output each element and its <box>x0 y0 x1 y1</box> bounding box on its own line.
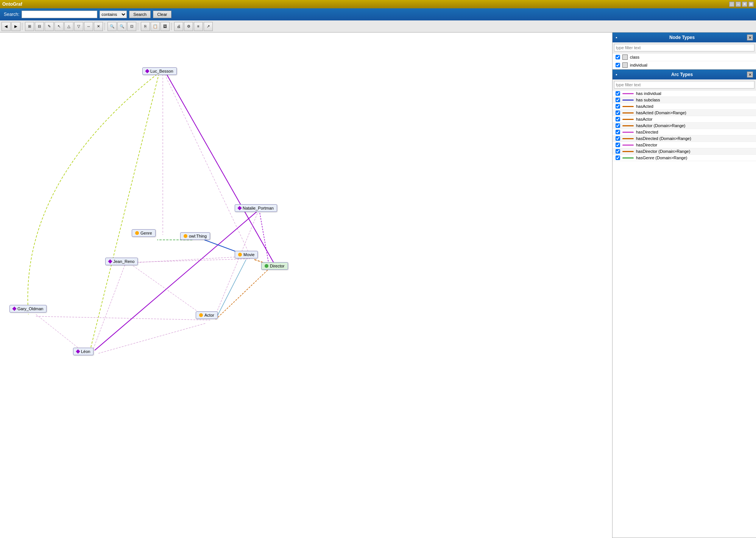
toolbar-sep-3 <box>138 23 139 30</box>
node-gary-oldman[interactable]: Gary_Oldman <box>9 305 47 313</box>
search-input[interactable] <box>22 11 97 18</box>
toolbar-btn-grid[interactable]: ⊞ <box>25 22 34 31</box>
titlebar-btn-2[interactable]: – <box>736 2 741 7</box>
arc-checkbox-7[interactable] <box>616 136 620 141</box>
titlebar-controls: □ – ✕ ⊞ <box>729 2 754 7</box>
toolbar-btn-paste[interactable]: 📋 <box>151 22 160 31</box>
arc-label-9: hasDirector (Domain>Range) <box>636 149 690 154</box>
arc-checkbox-3[interactable] <box>616 110 620 115</box>
clear-button[interactable]: Clear <box>153 11 171 18</box>
arc-types-title: Arc Types <box>671 72 693 77</box>
arc-label-7: hasDirected (Domain>Range) <box>636 136 691 141</box>
type-class-label: class <box>630 55 639 59</box>
circle-icon-director <box>265 264 268 268</box>
svg-line-15 <box>259 210 269 264</box>
toolbar-btn-print[interactable]: 🖨 <box>174 22 183 31</box>
svg-line-2 <box>165 74 250 255</box>
arc-checkbox-2[interactable] <box>616 104 620 109</box>
node-leon[interactable]: Léon <box>73 348 94 355</box>
node-types-section: ▪ Node Types ✕ class individual <box>613 33 756 70</box>
toolbar-btn-triangle2[interactable]: ▽ <box>74 22 83 31</box>
toolbar-btn-export[interactable]: ↗ <box>204 22 213 31</box>
toolbar-btn-pen[interactable]: ✎ <box>45 22 54 31</box>
arc-checkbox-0[interactable] <box>616 91 620 96</box>
toolbar-btn-forward[interactable]: ▶ <box>11 22 20 31</box>
arc-types-close[interactable]: ✕ <box>747 72 753 78</box>
toolbar-sep-2 <box>104 23 106 30</box>
arc-item-6: hasDirected <box>613 129 756 135</box>
svg-line-18 <box>136 257 244 263</box>
arc-label-0: has individual <box>636 91 661 96</box>
node-label-leon: Léon <box>81 349 90 354</box>
graph-svg <box>0 33 612 538</box>
arc-line-9 <box>622 151 634 152</box>
toolbar-btn-settings[interactable]: ⚙ <box>184 22 193 31</box>
toolbar-btn-img[interactable]: 🖼 <box>161 22 170 31</box>
toolbar-btn-triangle[interactable]: △ <box>64 22 73 31</box>
titlebar-btn-1[interactable]: □ <box>729 2 734 7</box>
arc-types-list: has individual has subclass hasActed has… <box>613 90 756 538</box>
search-button[interactable]: Search <box>129 11 151 18</box>
type-individual-checkbox[interactable] <box>616 63 620 67</box>
arc-checkbox-5[interactable] <box>616 123 620 128</box>
arc-checkbox-10[interactable] <box>616 155 620 160</box>
toolbar-btn-cursor[interactable]: ↖ <box>55 22 64 31</box>
circle-icon-movie <box>238 253 242 257</box>
node-label-gary-oldman: Gary_Oldman <box>17 306 43 311</box>
toolbar-btn-mirror[interactable]: ↔ <box>84 22 93 31</box>
arc-item-1: has subclass <box>613 97 756 103</box>
right-panel: ▪ Node Types ✕ class individual <box>612 33 756 538</box>
toolbar-btn-zoom-out[interactable]: 🔍 <box>117 22 126 31</box>
node-types-title: Node Types <box>669 35 695 40</box>
arc-line-3 <box>622 112 634 114</box>
arc-line-8 <box>622 145 634 146</box>
arc-checkbox-6[interactable] <box>616 130 620 134</box>
search-label: Search: <box>4 12 19 17</box>
titlebar-btn-3[interactable]: ✕ <box>742 2 747 7</box>
node-luc-besson[interactable]: Luc_Besson <box>142 67 177 75</box>
arc-checkbox-8[interactable] <box>616 143 620 147</box>
arc-types-filter-input[interactable] <box>614 81 754 89</box>
arc-label-1: has subclass <box>636 98 660 102</box>
svg-line-4 <box>95 211 257 350</box>
node-types-filter-input[interactable] <box>614 44 754 51</box>
arc-checkbox-9[interactable] <box>616 149 620 154</box>
toolbar-btn-layout[interactable]: ≡ <box>194 22 203 31</box>
titlebar-btn-4[interactable]: ⊞ <box>748 2 754 7</box>
graph-canvas[interactable]: Luc_Besson Natalie_Portman Genre owl:Thi… <box>0 33 612 538</box>
arc-label-10: hasGenre (Domain>Range) <box>636 155 687 160</box>
arc-item-8: hasDirector <box>613 142 756 148</box>
node-director[interactable]: Director <box>261 262 288 270</box>
svg-line-0 <box>90 73 159 350</box>
node-owlthing[interactable]: owl:Thing <box>180 232 210 240</box>
node-jean-reno[interactable]: Jean_Reno <box>105 258 138 265</box>
arc-checkbox-1[interactable] <box>616 98 620 102</box>
node-types-list: class individual <box>613 53 756 69</box>
toolbar-btn-zoom-in[interactable]: 🔍 <box>108 22 117 31</box>
arc-line-2 <box>622 106 634 107</box>
svg-line-11 <box>216 260 246 319</box>
toolbar-btn-grid2[interactable]: ⊟ <box>35 22 44 31</box>
toolbar-btn-fit[interactable]: ⊡ <box>127 22 136 31</box>
toolbar-btn-delete[interactable]: ✕ <box>94 22 103 31</box>
toolbar-btn-copy[interactable]: ⎘ <box>141 22 150 31</box>
arc-types-header: ▪ Arc Types ✕ <box>613 70 756 79</box>
node-label-movie: Movie <box>243 252 254 257</box>
arc-line-4 <box>622 119 634 120</box>
circle-icon-owlthing <box>184 234 187 238</box>
arc-item-2: hasActed <box>613 103 756 110</box>
node-natalie-portman[interactable]: Natalie_Portman <box>235 204 277 212</box>
toolbar-btn-back[interactable]: ◀ <box>2 22 11 31</box>
node-genre[interactable]: Genre <box>132 229 156 237</box>
arc-item-0: has individual <box>613 90 756 97</box>
arc-line-7 <box>622 138 634 139</box>
node-types-close[interactable]: ✕ <box>747 34 753 40</box>
arc-checkbox-4[interactable] <box>616 117 620 121</box>
diamond-icon-luc-besson <box>145 69 149 73</box>
diamond-icon-jean-reno <box>108 259 112 263</box>
node-movie[interactable]: Movie <box>235 251 258 258</box>
type-class-checkbox[interactable] <box>616 55 620 59</box>
node-types-icon: ▪ <box>616 35 617 40</box>
search-type-select[interactable]: contains starts with ends with equals <box>100 11 127 18</box>
node-actor[interactable]: Actor <box>196 311 218 319</box>
